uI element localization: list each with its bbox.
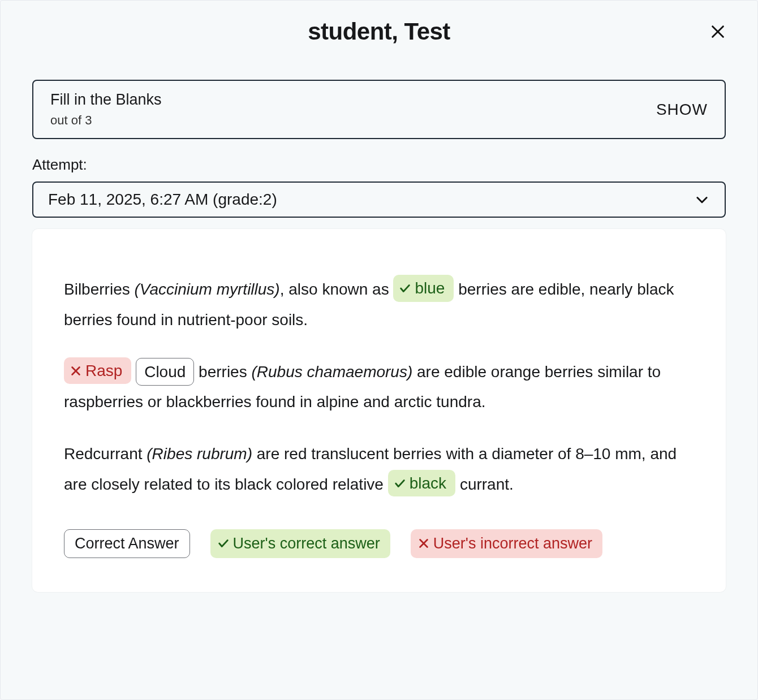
close-icon: [710, 24, 726, 40]
passage-text: currant.: [460, 476, 514, 493]
page-title: student, Test: [308, 18, 450, 45]
legend-user-incorrect: User's incorrect answer: [411, 529, 602, 559]
passage-text: Bilberries: [64, 280, 134, 298]
legend-label: User's correct answer: [233, 532, 380, 556]
show-button[interactable]: SHOW: [656, 101, 708, 119]
passage-card: Bilberries (Vaccinium myrtillus), also k…: [32, 229, 726, 592]
question-score-sub: out of 3: [50, 113, 162, 128]
modal-header: student, Test: [32, 6, 726, 57]
check-icon: [394, 477, 406, 490]
blank-answer-correct: black: [388, 470, 455, 496]
x-icon: [417, 537, 430, 550]
passage-text: berries: [194, 363, 251, 381]
passage-italic: (Vaccinium myrtillus): [134, 280, 279, 298]
chevron-down-icon: [694, 192, 710, 208]
passage-italic: (Rubus chamaemorus): [251, 363, 412, 381]
passage-text: Redcurrant: [64, 445, 147, 463]
blank-text: blue: [415, 276, 445, 300]
attempt-label: Attempt:: [32, 156, 726, 174]
blank-text: black: [410, 471, 446, 495]
check-icon: [399, 282, 411, 295]
blank-text: Rasp: [85, 358, 122, 383]
passage-text: , also known as: [280, 280, 394, 298]
question-summary-bar: Fill in the Blanks out of 3 SHOW: [32, 80, 726, 139]
x-icon: [70, 365, 82, 377]
attempt-selected: Feb 11, 2025, 6:27 AM (grade:2): [48, 191, 277, 209]
check-icon: [217, 537, 230, 550]
blank-answer-incorrect: Rasp: [64, 357, 131, 384]
passage-paragraph-1: Bilberries (Vaccinium myrtillus), also k…: [64, 274, 694, 335]
legend-correct-answer: Correct Answer: [64, 529, 190, 559]
attempt-dropdown[interactable]: Feb 11, 2025, 6:27 AM (grade:2): [32, 182, 726, 218]
legend-label: Correct Answer: [75, 532, 179, 556]
blank-text: Cloud: [144, 360, 186, 384]
legend: Correct Answer User's correct answer Use…: [64, 529, 694, 559]
passage-paragraph-2: Rasp Cloud berries (Rubus chamaemorus) a…: [64, 357, 694, 418]
passage-paragraph-3: Redcurrant (Ribes rubrum) are red transl…: [64, 439, 694, 500]
legend-label: User's incorrect answer: [433, 532, 592, 556]
blank-answer-neutral: Cloud: [136, 358, 194, 386]
passage-italic: (Ribes rubrum): [147, 445, 252, 463]
question-type-label: Fill in the Blanks: [50, 91, 162, 109]
legend-user-correct: User's correct answer: [210, 529, 390, 559]
blank-answer-correct: blue: [393, 275, 454, 301]
close-button[interactable]: [705, 19, 730, 44]
